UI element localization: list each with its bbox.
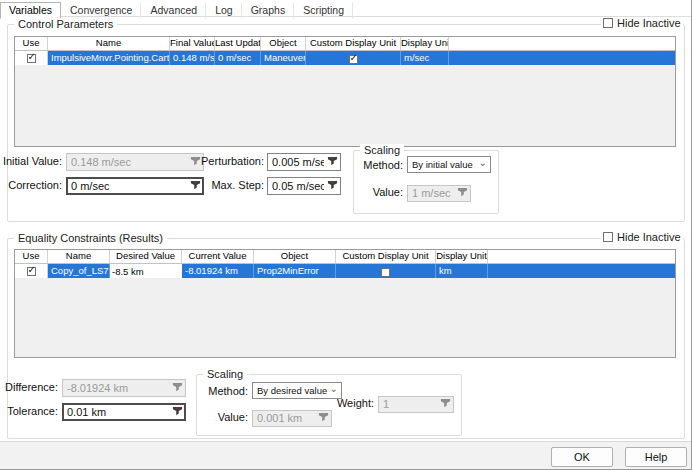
weight-fieldwrap xyxy=(378,394,454,411)
col-object[interactable]: Object xyxy=(261,37,306,50)
equality-constraints-title: Equality Constraints (Results) xyxy=(14,232,167,244)
scaling-method-value: By desired value xyxy=(257,385,327,396)
use-checkbox[interactable]: ✓ xyxy=(27,54,36,63)
tab-convergence[interactable]: Convergence xyxy=(61,2,141,19)
scaling-method-value: By initial value xyxy=(412,159,473,170)
unit-selector-icon[interactable] xyxy=(172,406,183,417)
col-final-value[interactable]: Final Value xyxy=(170,37,215,50)
col-custom-display-unit[interactable]: Custom Display Unit xyxy=(336,250,436,263)
display-unit-cell[interactable]: m/sec xyxy=(401,51,449,65)
desired-value-cell[interactable] xyxy=(110,264,182,278)
tolerance-fieldwrap xyxy=(62,402,186,420)
perturbation-fieldwrap xyxy=(267,152,341,170)
custom-display-unit-checkbox[interactable] xyxy=(381,268,390,277)
difference-fieldwrap xyxy=(62,378,186,396)
name-cell[interactable]: Copy_of_LS7 xyxy=(48,264,110,278)
name-cell[interactable]: ImpulsiveMnvr.Pointing.Cartesian.X xyxy=(48,51,170,65)
hide-inactive-checkbox-box[interactable] xyxy=(603,232,613,242)
last-update-cell[interactable]: 0 m/sec xyxy=(215,51,261,65)
scaling-method-combo[interactable]: By initial value ⌄ xyxy=(407,156,491,173)
col-filler xyxy=(488,250,675,263)
unit-selector-icon[interactable] xyxy=(440,397,451,408)
difference-field[interactable] xyxy=(62,379,186,397)
row-filler xyxy=(488,264,675,278)
object-cell[interactable]: Maneuver xyxy=(261,51,306,65)
scaling-value-label: Value: xyxy=(216,411,248,423)
help-button[interactable]: Help xyxy=(625,447,687,467)
row-filler xyxy=(449,51,675,65)
scaling-value-fieldwrap xyxy=(252,408,332,425)
col-display-unit[interactable]: Display Unit xyxy=(436,250,488,263)
control-parameters-title: Control Parameters xyxy=(14,18,117,30)
display-unit-cell[interactable]: km xyxy=(436,264,488,278)
targeter-variables-dialog: VariablesConvergenceAdvancedLogGraphsScr… xyxy=(0,0,692,470)
weight-label: Weight: xyxy=(334,397,374,409)
col-desired-value[interactable]: Desired Value xyxy=(110,250,182,263)
control-scaling-title: Scaling xyxy=(360,144,404,156)
chevron-down-icon: ⌄ xyxy=(479,156,487,170)
scaling-value-label: Value: xyxy=(371,186,403,198)
use-cell[interactable]: ✓ xyxy=(15,51,48,65)
ok-button[interactable]: OK xyxy=(551,447,613,467)
custom-display-unit-cell[interactable] xyxy=(336,264,436,278)
col-current-value[interactable]: Current Value xyxy=(182,250,254,263)
dialog-footer: OK Help xyxy=(0,441,691,469)
correction-label: Correction: xyxy=(2,179,62,191)
max-step-fieldwrap xyxy=(267,176,341,194)
use-checkbox[interactable]: ✓ xyxy=(27,267,36,276)
unit-selector-icon[interactable] xyxy=(318,411,329,422)
col-use[interactable]: Use xyxy=(15,37,48,50)
chevron-down-icon: ⌄ xyxy=(330,382,338,396)
initial-value-field[interactable] xyxy=(66,153,204,171)
unit-selector-icon[interactable] xyxy=(327,180,338,191)
tab-strip: VariablesConvergenceAdvancedLogGraphsScr… xyxy=(0,0,691,17)
col-name[interactable]: Name xyxy=(48,250,110,263)
tolerance-label: Tolerance: xyxy=(0,405,58,417)
col-filler xyxy=(449,37,675,50)
tab-scripting[interactable]: Scripting xyxy=(294,2,353,19)
custom-display-unit-checkbox[interactable]: ✓ xyxy=(349,55,358,64)
initial-value-label: Initial Value: xyxy=(2,155,62,167)
unit-selector-icon[interactable] xyxy=(172,382,183,393)
unit-selector-icon[interactable] xyxy=(327,156,338,167)
correction-fieldwrap xyxy=(66,176,204,194)
tab-variables[interactable]: Variables xyxy=(0,2,61,19)
object-cell[interactable]: Prop2MinError xyxy=(254,264,336,278)
col-last-update[interactable]: Last Update xyxy=(215,37,261,50)
scaling-value-fieldwrap xyxy=(407,183,471,200)
col-name[interactable]: Name xyxy=(48,37,170,50)
hide-inactive-checkbox-equality[interactable]: Hide Inactive xyxy=(601,231,683,243)
control-parameters-table-header: Use Name Final Value Last Update Object … xyxy=(15,37,675,51)
scaling-method-combo[interactable]: By desired value ⌄ xyxy=(252,382,342,399)
scaling-method-label: Method: xyxy=(357,159,403,171)
scaling-method-label: Method: xyxy=(202,385,248,397)
equality-constraints-table[interactable]: Use Name Desired Value Current Value Obj… xyxy=(14,249,676,358)
equality-constraint-row[interactable]: ✓ Copy_of_LS7 -8.01924 km Prop2MinError … xyxy=(15,264,675,278)
equality-table-header: Use Name Desired Value Current Value Obj… xyxy=(15,250,675,264)
use-cell[interactable]: ✓ xyxy=(15,264,48,278)
difference-label: Difference: xyxy=(0,381,58,393)
hide-inactive-label: Hide Inactive xyxy=(617,17,681,29)
custom-display-unit-cell[interactable]: ✓ xyxy=(306,51,401,65)
desired-value-input[interactable] xyxy=(110,264,181,278)
col-use[interactable]: Use xyxy=(15,250,48,263)
max-step-label: Max. Step: xyxy=(198,179,264,191)
hide-inactive-label: Hide Inactive xyxy=(617,231,681,243)
initial-value-fieldwrap xyxy=(66,152,204,170)
tab-advanced[interactable]: Advanced xyxy=(141,2,206,19)
col-object[interactable]: Object xyxy=(254,250,336,263)
hide-inactive-checkbox-control[interactable]: Hide Inactive xyxy=(601,17,683,29)
hide-inactive-checkbox-box[interactable] xyxy=(603,18,613,28)
unit-selector-icon[interactable] xyxy=(457,186,468,197)
correction-field[interactable] xyxy=(66,177,204,195)
current-value-cell[interactable]: -8.01924 km xyxy=(182,264,254,278)
final-value-cell[interactable]: 0.148 m/sec xyxy=(170,51,215,65)
perturbation-label: Perturbation: xyxy=(198,155,264,167)
control-parameters-table[interactable]: Use Name Final Value Last Update Object … xyxy=(14,36,676,147)
tab-log[interactable]: Log xyxy=(206,2,242,19)
tab-graphs[interactable]: Graphs xyxy=(242,2,294,19)
control-parameter-row[interactable]: ✓ ImpulsiveMnvr.Pointing.Cartesian.X 0.1… xyxy=(15,51,675,65)
tolerance-field[interactable] xyxy=(62,403,186,421)
col-display-unit[interactable]: Display Unit xyxy=(401,37,449,50)
col-custom-display-unit[interactable]: Custom Display Unit xyxy=(306,37,401,50)
